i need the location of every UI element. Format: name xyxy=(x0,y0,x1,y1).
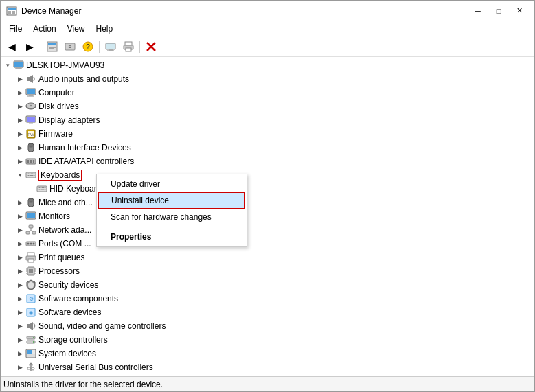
keyboards-expand[interactable]: ▾ xyxy=(14,170,25,181)
tree-item-keyboards[interactable]: ▾ xyxy=(1,168,534,182)
menu-view[interactable]: View xyxy=(62,23,91,35)
tree-root[interactable]: ▾ DESKTOP-JMVAU93 xyxy=(1,58,534,72)
close-button[interactable]: ✕ xyxy=(510,4,529,18)
menu-action[interactable]: Action xyxy=(27,23,61,35)
storage-expand[interactable]: ▶ xyxy=(14,334,25,345)
main-content: ▾ DESKTOP-JMVAU93 ▶ xyxy=(1,57,534,376)
tree-item-hid[interactable]: ▶ Human Interface Devices xyxy=(1,141,534,154)
svg-rect-75 xyxy=(29,219,33,220)
update-driver-button[interactable]: ≡ xyxy=(62,39,78,54)
hid-expand[interactable]: ▶ xyxy=(14,142,25,153)
tree-item-audio[interactable]: ▶ Audio inputs and outputs xyxy=(1,72,534,86)
ide-expand[interactable]: ▶ xyxy=(14,156,25,167)
svg-rect-77 xyxy=(29,225,33,228)
back-button[interactable]: ◀ xyxy=(3,39,20,54)
network-expand[interactable]: ▶ xyxy=(14,224,25,235)
show-device-button[interactable] xyxy=(102,39,119,54)
mice-expand[interactable]: ▶ xyxy=(14,197,25,208)
status-bar: Uninstalls the driver for the selected d… xyxy=(1,376,534,391)
context-scan-hardware[interactable]: Scan for hardware changes xyxy=(97,209,247,225)
svg-line-82 xyxy=(31,231,34,231)
computer-expand[interactable]: ▶ xyxy=(14,87,25,98)
maximize-button[interactable]: □ xyxy=(489,4,508,18)
comp-icon xyxy=(25,87,36,98)
window-title: Device Manager xyxy=(21,6,468,16)
forward-button[interactable]: ▶ xyxy=(21,39,38,54)
menu-file[interactable]: File xyxy=(3,23,27,35)
tree-item-sw-components[interactable]: ▶ ⚙ Software components xyxy=(1,292,534,305)
uninstall-button[interactable] xyxy=(143,39,159,54)
display-expand[interactable]: ▶ xyxy=(14,115,25,126)
tree-item-computer[interactable]: ▶ Computer xyxy=(1,86,534,100)
svg-rect-69 xyxy=(45,189,46,190)
context-menu: Update driver Uninstall device Scan for … xyxy=(96,174,247,247)
context-uninstall-device[interactable]: Uninstall device xyxy=(98,192,245,209)
security-icon xyxy=(25,279,36,290)
tree-item-mice[interactable]: ▶ Mice and oth... xyxy=(1,196,534,209)
tree-item-security[interactable]: ▶ Security devices xyxy=(1,278,534,292)
svg-rect-24 xyxy=(27,77,30,81)
security-expand[interactable]: ▶ xyxy=(14,279,25,290)
svg-rect-116 xyxy=(27,354,35,357)
sw-components-icon: ⚙ xyxy=(25,293,36,304)
hid-keyboard-icon xyxy=(36,183,47,194)
tree-item-system[interactable]: ▶ System devices xyxy=(1,347,534,360)
storage-icon xyxy=(25,334,36,345)
disk-expand[interactable]: ▶ xyxy=(14,101,25,112)
keyboards-icon xyxy=(25,170,36,181)
print-icon xyxy=(25,252,36,263)
ports-expand[interactable]: ▶ xyxy=(14,238,25,249)
help-button[interactable]: ? xyxy=(80,39,96,54)
tree-item-hid-keyboard[interactable]: ▶ xyxy=(1,182,534,196)
system-expand[interactable]: ▶ xyxy=(14,348,25,359)
svg-rect-45 xyxy=(33,160,34,163)
svg-rect-28 xyxy=(29,95,33,96)
svg-rect-55 xyxy=(30,175,32,176)
device-tree[interactable]: ▾ DESKTOP-JMVAU93 ▶ xyxy=(1,57,534,376)
tree-item-display[interactable]: ▶ Display adapters xyxy=(1,113,534,127)
tree-item-network[interactable]: ▶ Network ada... xyxy=(1,223,534,237)
keyboards-label: Keyboards xyxy=(38,170,82,181)
disk-label: Disk drives xyxy=(38,102,79,111)
print-button[interactable] xyxy=(120,39,137,54)
svg-rect-66 xyxy=(39,189,41,190)
tree-item-storage[interactable]: ▶ Storage controllers xyxy=(1,333,534,347)
device-manager-window: Device Manager ─ □ ✕ File Action View He… xyxy=(0,0,535,392)
tree-item-ports[interactable]: ▶ Ports (COM ... xyxy=(1,237,534,251)
menu-help[interactable]: Help xyxy=(91,23,119,35)
processors-expand[interactable]: ▶ xyxy=(14,266,25,277)
svg-rect-50 xyxy=(31,174,32,175)
tree-item-ide[interactable]: ▶ IDE ATA/ATAPI controllers xyxy=(1,154,534,168)
monitors-expand[interactable]: ▶ xyxy=(14,211,25,222)
tree-item-processors[interactable]: ▶ xyxy=(1,264,534,278)
minimize-button[interactable]: ─ xyxy=(468,4,488,18)
tree-item-disk[interactable]: ▶ Disk drives xyxy=(1,100,534,113)
context-properties[interactable]: Properties xyxy=(97,229,247,245)
tree-item-sw-devices[interactable]: ▶ ◈ Software devices xyxy=(1,305,534,319)
sound-expand[interactable]: ▶ xyxy=(14,321,25,332)
svg-point-32 xyxy=(30,105,32,106)
sw-devices-expand[interactable]: ▶ xyxy=(14,307,25,318)
svg-rect-1 xyxy=(8,8,16,10)
title-bar: Device Manager ─ □ ✕ xyxy=(1,1,534,21)
usb-expand[interactable]: ▶ xyxy=(14,362,25,373)
tree-item-print[interactable]: ▶ Print queues xyxy=(1,251,534,264)
audio-expand[interactable]: ▶ xyxy=(14,73,25,84)
tree-item-usb[interactable]: ▶ Universal Serial Bus controllers xyxy=(1,360,534,374)
sound-icon xyxy=(25,321,36,332)
svg-text:≡: ≡ xyxy=(69,44,72,50)
svg-rect-49 xyxy=(30,174,31,175)
context-update-driver[interactable]: Update driver xyxy=(97,176,247,192)
sound-label: Sound, video and game controllers xyxy=(38,321,166,331)
tree-item-sound[interactable]: ▶ Sound, video and game controllers xyxy=(1,319,534,333)
tree-item-firmware[interactable]: ▶ FW Firmware xyxy=(1,127,534,141)
sw-components-expand[interactable]: ▶ xyxy=(14,293,25,304)
svg-point-113 xyxy=(33,341,34,343)
print-expand[interactable]: ▶ xyxy=(14,252,25,263)
tree-item-monitors[interactable]: ▶ Monitors xyxy=(1,209,534,223)
sw-devices-icon: ◈ xyxy=(25,307,36,318)
firmware-expand[interactable]: ▶ xyxy=(14,128,25,139)
root-expand[interactable]: ▾ xyxy=(2,60,13,71)
firmware-icon: FW xyxy=(25,128,36,139)
show-properties-button[interactable] xyxy=(44,39,60,54)
